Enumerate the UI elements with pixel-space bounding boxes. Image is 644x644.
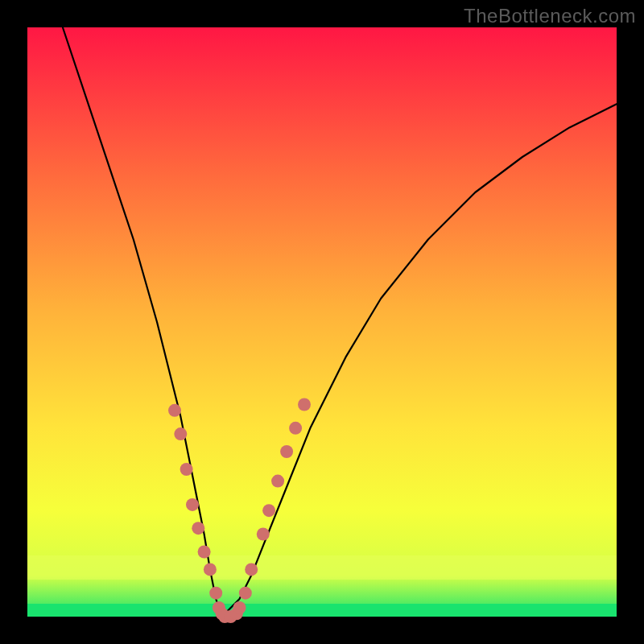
chart-container: TheBottleneck.com — [0, 0, 644, 644]
data-point — [239, 587, 252, 600]
data-point — [204, 563, 217, 576]
bottom-green-strip — [27, 604, 617, 617]
data-point — [174, 427, 187, 440]
data-point — [186, 498, 199, 511]
plot-background — [27, 27, 617, 617]
watermark-text: TheBottleneck.com — [464, 5, 636, 27]
highlight-band — [27, 555, 617, 580]
data-point — [168, 404, 181, 417]
data-point — [198, 546, 211, 559]
data-point — [209, 587, 222, 600]
data-point — [180, 463, 193, 476]
bottleneck-chart-svg — [0, 0, 644, 644]
data-point — [298, 398, 311, 411]
data-point — [262, 504, 275, 517]
data-point — [280, 445, 293, 458]
data-point — [271, 475, 284, 488]
data-point — [233, 601, 246, 614]
data-point — [245, 563, 258, 576]
data-point — [257, 528, 270, 541]
data-point — [192, 522, 204, 535]
data-point — [289, 422, 302, 435]
